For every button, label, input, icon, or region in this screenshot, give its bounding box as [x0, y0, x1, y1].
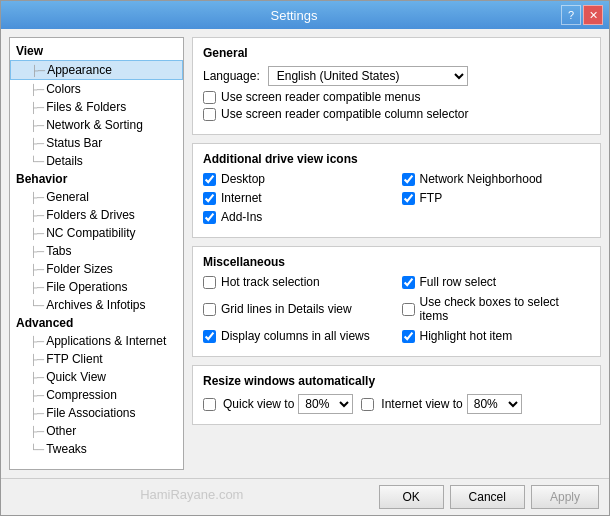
display-columns-label: Display columns in all views	[221, 329, 370, 343]
screen-reader-column-row: Use screen reader compatible column sele…	[203, 107, 590, 121]
watermark: HamiRayane.com	[140, 487, 243, 502]
drive-icons-grid: Desktop Network Neighborhood Internet FT…	[203, 172, 590, 227]
full-row-select-row: Full row select	[402, 275, 591, 289]
internet-row: Internet	[203, 191, 392, 205]
ftp-label: FTP	[420, 191, 443, 205]
misc-grid: Hot track selection Full row select Grid…	[203, 275, 590, 346]
sidebar-item-nc-compat[interactable]: NC Compatibility	[10, 224, 183, 242]
internet-view-checkbox[interactable]	[361, 398, 374, 411]
grid-lines-checkbox[interactable]	[203, 303, 216, 316]
highlight-hot-checkbox[interactable]	[402, 330, 415, 343]
close-button[interactable]: ✕	[583, 5, 603, 25]
left-panel: View Appearance Colors Files & Folders N…	[9, 37, 184, 470]
sidebar-item-file-associations[interactable]: File Associations	[10, 404, 183, 422]
quick-view-select[interactable]: 80% 100%	[298, 394, 353, 414]
addins-row: Add-Ins	[203, 210, 392, 224]
addins-label: Add-Ins	[221, 210, 262, 224]
section-advanced: Advanced	[10, 314, 183, 332]
general-title: General	[203, 46, 590, 60]
display-columns-row: Display columns in all views	[203, 329, 392, 343]
grid-lines-row: Grid lines in Details view	[203, 295, 392, 323]
title-bar: Settings ? ✕	[1, 1, 609, 29]
internet-label: Internet	[221, 191, 262, 205]
content-area: View Appearance Colors Files & Folders N…	[1, 29, 609, 478]
network-neighborhood-label: Network Neighborhood	[420, 172, 543, 186]
full-row-select-label: Full row select	[420, 275, 497, 289]
check-boxes-row: Use check boxes to select items	[402, 295, 591, 323]
quick-view-label: Quick view to	[223, 397, 294, 411]
misc-title: Miscellaneous	[203, 255, 590, 269]
right-panel: General Language: English (United States…	[192, 37, 601, 470]
sidebar-item-tabs[interactable]: Tabs	[10, 242, 183, 260]
desktop-checkbox[interactable]	[203, 173, 216, 186]
desktop-label: Desktop	[221, 172, 265, 186]
title-bar-controls: ? ✕	[561, 5, 603, 25]
sidebar-item-general[interactable]: General	[10, 188, 183, 206]
language-select[interactable]: English (United States) Deutsch Français…	[268, 66, 468, 86]
language-row: Language: English (United States) Deutsc…	[203, 66, 590, 86]
hot-track-checkbox[interactable]	[203, 276, 216, 289]
sidebar-item-folders-drives[interactable]: Folders & Drives	[10, 206, 183, 224]
internet-view-label: Internet view to	[381, 397, 462, 411]
sidebar-item-network-sorting[interactable]: Network & Sorting	[10, 116, 183, 134]
check-boxes-checkbox[interactable]	[402, 303, 415, 316]
sidebar-item-archives[interactable]: Archives & Infotips	[10, 296, 183, 314]
sidebar-item-apps-internet[interactable]: Applications & Internet	[10, 332, 183, 350]
resize-title: Resize windows automatically	[203, 374, 590, 388]
addins-checkbox[interactable]	[203, 211, 216, 224]
screen-reader-menus-row: Use screen reader compatible menus	[203, 90, 590, 104]
internet-checkbox[interactable]	[203, 192, 216, 205]
language-label: Language:	[203, 69, 260, 83]
sidebar-item-folder-sizes[interactable]: Folder Sizes	[10, 260, 183, 278]
drive-icons-title: Additional drive view icons	[203, 152, 590, 166]
general-section: General Language: English (United States…	[192, 37, 601, 135]
full-row-select-checkbox[interactable]	[402, 276, 415, 289]
sidebar-item-file-operations[interactable]: File Operations	[10, 278, 183, 296]
sidebar-item-details[interactable]: Details	[10, 152, 183, 170]
hot-track-label: Hot track selection	[221, 275, 320, 289]
sidebar-item-appearance[interactable]: Appearance	[10, 60, 183, 80]
sidebar-item-tweaks[interactable]: Tweaks	[10, 440, 183, 458]
apply-button[interactable]: Apply	[531, 485, 599, 509]
section-behavior: Behavior	[10, 170, 183, 188]
section-view: View	[10, 42, 183, 60]
help-button[interactable]: ?	[561, 5, 581, 25]
hot-track-row: Hot track selection	[203, 275, 392, 289]
ftp-row: FTP	[402, 191, 591, 205]
highlight-hot-row: Highlight hot item	[402, 329, 591, 343]
sidebar-item-files-folders[interactable]: Files & Folders	[10, 98, 183, 116]
quick-view-checkbox[interactable]	[203, 398, 216, 411]
window-title: Settings	[27, 8, 561, 23]
network-neighborhood-row: Network Neighborhood	[402, 172, 591, 186]
drive-icons-section: Additional drive view icons Desktop Netw…	[192, 143, 601, 238]
bottom-bar: HamiRayane.com OK Cancel Apply	[1, 478, 609, 515]
screen-reader-column-label: Use screen reader compatible column sele…	[221, 107, 468, 121]
highlight-hot-label: Highlight hot item	[420, 329, 513, 343]
sidebar-item-status-bar[interactable]: Status Bar	[10, 134, 183, 152]
screen-reader-menus-checkbox[interactable]	[203, 91, 216, 104]
ok-button[interactable]: OK	[379, 485, 444, 509]
grid-lines-label: Grid lines in Details view	[221, 302, 352, 316]
check-boxes-label: Use check boxes to select items	[420, 295, 591, 323]
sidebar-item-compression[interactable]: Compression	[10, 386, 183, 404]
internet-view-select[interactable]: 80% 100%	[467, 394, 522, 414]
sidebar-item-colors[interactable]: Colors	[10, 80, 183, 98]
resize-row: Quick view to 80% 100% Internet view to …	[203, 394, 590, 414]
desktop-row: Desktop	[203, 172, 392, 186]
resize-section: Resize windows automatically Quick view …	[192, 365, 601, 425]
misc-section: Miscellaneous Hot track selection Full r…	[192, 246, 601, 357]
quick-view-resize: Quick view to 80% 100%	[203, 394, 353, 414]
screen-reader-column-checkbox[interactable]	[203, 108, 216, 121]
ftp-checkbox[interactable]	[402, 192, 415, 205]
network-neighborhood-checkbox[interactable]	[402, 173, 415, 186]
screen-reader-menus-label: Use screen reader compatible menus	[221, 90, 420, 104]
display-columns-checkbox[interactable]	[203, 330, 216, 343]
cancel-button[interactable]: Cancel	[450, 485, 525, 509]
settings-window: Settings ? ✕ View Appearance Colors File…	[0, 0, 610, 516]
sidebar-item-ftp[interactable]: FTP Client	[10, 350, 183, 368]
sidebar-item-other[interactable]: Other	[10, 422, 183, 440]
sidebar-item-quick-view[interactable]: Quick View	[10, 368, 183, 386]
internet-view-resize: Internet view to 80% 100%	[361, 394, 521, 414]
